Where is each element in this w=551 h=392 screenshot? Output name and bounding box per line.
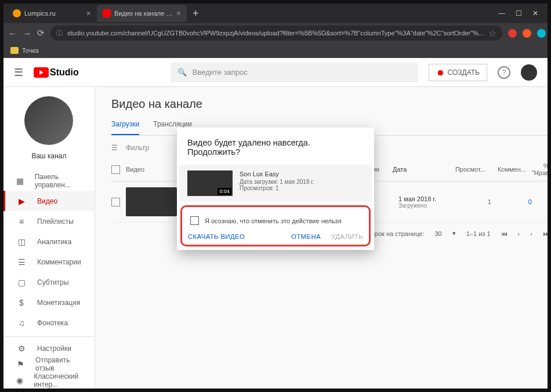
confirm-text: Я осознаю, что отменить это действие нел…	[205, 217, 342, 224]
tab-uploads[interactable]: Загрузки	[111, 120, 139, 135]
sidebar-item-videos[interactable]: ▶Видео	[3, 191, 95, 211]
modal-upload-date: Дата загрузки: 1 мая 2018 г.	[240, 179, 314, 185]
tab-title: Lumpics.ru	[24, 10, 83, 17]
cancel-button[interactable]: ОТМЕНА	[291, 233, 321, 240]
filter-label[interactable]: Фильтр	[126, 144, 149, 152]
create-video-icon: ⏺	[436, 68, 444, 77]
confirm-checkbox[interactable]	[190, 216, 199, 225]
bookmark-item[interactable]: Точка	[22, 47, 39, 54]
delete-button[interactable]: УДАЛИТЬ	[331, 233, 363, 240]
url-input[interactable]: ⓘ studio.youtube.com/channel/UCgUZGTB0vo…	[50, 26, 502, 41]
search-icon: 🔍	[177, 68, 187, 77]
sidebar-item-monetization[interactable]: $Монетизация	[3, 292, 95, 313]
classic-icon: ◉	[16, 376, 23, 385]
modal-title: Видео будет удалено навсегда. Продолжить…	[177, 128, 374, 165]
monetization-icon: $	[16, 298, 27, 307]
search-placeholder: Введите запрос	[193, 68, 248, 77]
create-button[interactable]: ⏺ СОЗДАТЬ	[429, 64, 487, 81]
sidebar-item-settings[interactable]: ⚙Настройки	[3, 340, 95, 356]
channel-name: Ваш канал	[31, 152, 66, 160]
modal-views: Просмотров: 1	[240, 185, 314, 191]
help-icon[interactable]: ?	[498, 66, 510, 79]
dashboard-icon: ▦	[16, 176, 24, 186]
sidebar-item-classic[interactable]: ◉Классический интер...	[3, 372, 95, 389]
row-comments[interactable]: 0	[497, 198, 532, 205]
close-window-icon[interactable]: ✕	[532, 9, 538, 17]
address-bar: ← → ⟳ ⓘ studio.youtube.com/channel/UCgUZ…	[3, 23, 548, 43]
star-icon[interactable]: ☆	[488, 28, 496, 39]
url-text: studio.youtube.com/channel/UCgUZGTB0vohc…	[67, 30, 484, 37]
sidebar-item-feedback[interactable]: ⚑Отправить отзыв	[3, 356, 95, 372]
col-likes: % "Нрав	[532, 162, 548, 176]
comments-icon: ☰	[16, 257, 27, 267]
minimize-icon[interactable]: —	[498, 9, 505, 17]
channel-avatar[interactable]	[24, 96, 73, 145]
prev-page-icon[interactable]: ‹	[518, 230, 520, 237]
folder-icon	[10, 47, 19, 54]
row-checkbox[interactable]	[111, 198, 120, 206]
forward-icon[interactable]: →	[23, 28, 31, 38]
row-date: 1 мая 2018 г.	[398, 195, 451, 202]
extension-icon[interactable]	[537, 29, 546, 38]
video-icon: ▶	[16, 197, 27, 206]
flag-icon: ⚑	[16, 360, 25, 369]
search-input[interactable]: 🔍 Введите запрос	[171, 63, 418, 82]
close-icon[interactable]: ×	[176, 9, 181, 18]
chevron-down-icon[interactable]: ▾	[452, 230, 456, 237]
sidebar: Ваш канал ▦Панель управлен... ▶Видео ≡Пл…	[3, 87, 95, 389]
rows-per-page-value[interactable]: 30	[435, 230, 442, 237]
duration-badge: 0:04	[217, 188, 231, 195]
audio-icon: ♫	[16, 318, 27, 328]
sidebar-item-subtitles[interactable]: ▢Субтитры	[3, 272, 95, 292]
maximize-icon[interactable]: ☐	[516, 9, 522, 17]
close-icon[interactable]: ×	[86, 9, 91, 18]
sidebar-item-audio[interactable]: ♫Фонотека	[3, 313, 95, 333]
gear-icon: ⚙	[16, 344, 27, 353]
next-page-icon[interactable]: ›	[530, 230, 532, 237]
page-title: Видео на канале	[111, 97, 548, 111]
youtube-icon	[34, 67, 49, 78]
sidebar-item-dashboard[interactable]: ▦Панель управлен...	[3, 170, 95, 191]
sidebar-item-comments[interactable]: ☰Комментарии	[3, 252, 95, 272]
delete-confirm-modal: Видео будет удалено навсегда. Продолжить…	[177, 128, 374, 250]
modal-thumbnail: 0:04	[187, 170, 233, 196]
browser-tab[interactable]: Lumpics.ru ×	[7, 5, 97, 22]
download-button[interactable]: СКАЧАТЬ ВИДЕО	[188, 233, 245, 240]
new-tab-button[interactable]: +	[187, 8, 205, 20]
modal-video-title: Son Lux Easy	[240, 170, 314, 177]
create-label: СОЗДАТЬ	[448, 68, 480, 77]
tab-title: Видео на канале - YouTube Stu...	[114, 10, 173, 17]
tab-favicon	[13, 9, 21, 17]
lock-icon: ⓘ	[56, 29, 63, 38]
tab-favicon	[103, 9, 111, 17]
app-header: ☰ Studio 🔍 Введите запрос ⏺ СОЗДАТЬ ?	[3, 58, 548, 87]
row-views: 1	[456, 198, 491, 205]
subtitles-icon: ▢	[16, 278, 27, 287]
reload-icon[interactable]: ⟳	[37, 28, 45, 38]
page-range: 1–1 из 1	[466, 230, 491, 237]
analytics-icon: ◫	[16, 237, 27, 246]
logo-text: Studio	[50, 67, 79, 78]
hamburger-icon[interactable]: ☰	[14, 66, 23, 79]
col-views: Просмот...	[451, 166, 485, 173]
last-page-icon[interactable]: ⏭	[543, 230, 548, 237]
browser-tabbar: Lumpics.ru × Видео на канале - YouTube S…	[3, 3, 548, 23]
sidebar-item-analytics[interactable]: ◫Аналитика	[3, 231, 95, 252]
first-page-icon[interactable]: ⏮	[501, 230, 507, 237]
select-all-checkbox[interactable]	[111, 165, 120, 174]
col-date[interactable]: Дата	[393, 166, 445, 173]
browser-tab-active[interactable]: Видео на канале - YouTube Stu... ×	[97, 5, 187, 22]
logo[interactable]: Studio	[34, 67, 79, 78]
sidebar-item-playlists[interactable]: ≡Плейлисты	[3, 211, 95, 231]
extension-icon[interactable]	[508, 29, 517, 38]
bookmark-bar: Точка	[3, 43, 548, 58]
extension-icon[interactable]	[523, 29, 531, 38]
col-comments: Коммен...	[491, 166, 526, 173]
back-icon[interactable]: ←	[8, 28, 17, 38]
user-avatar[interactable]	[521, 64, 537, 81]
video-thumbnail[interactable]	[126, 187, 177, 216]
filter-icon[interactable]: ☰	[111, 144, 118, 152]
playlist-icon: ≡	[16, 217, 27, 226]
row-date-sub: Загружено	[398, 202, 451, 209]
